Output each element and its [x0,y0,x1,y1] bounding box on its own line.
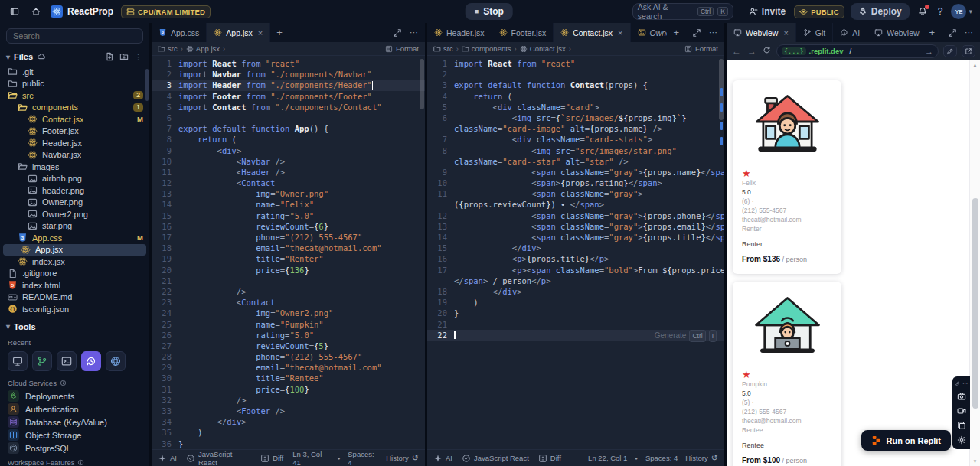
scroll-up-icon[interactable]: ▲ [970,63,980,67]
run-on-replit-button[interactable]: Run on Replit [861,430,952,451]
tool-webview-button[interactable] [8,351,28,371]
tree-item-public[interactable]: public [0,78,149,90]
new-folder-button[interactable] [119,51,129,62]
code-line[interactable]: 15 rating="5.0" [152,210,425,221]
code-line[interactable]: 26 rating="5.0" [152,330,425,341]
new-tab-button[interactable]: + [270,23,289,42]
tab-footer-jsx[interactable]: Footer.jsx [492,23,554,42]
format-button[interactable]: Format [385,44,419,53]
code-line[interactable]: 29 email="thecat@hotmail.com" [152,362,425,373]
code-line[interactable]: 13 img="Owner.png" [152,188,425,199]
webview-scrollbar[interactable]: ▲ ▼ [969,60,980,466]
status-diff[interactable]: Diff [260,454,283,463]
code-line[interactable]: 21 [427,319,724,330]
breadcrumb-item[interactable]: Contact.jsx [520,44,566,53]
code-line[interactable]: 3import Header from "./components/Header… [152,80,425,90]
tree-item-readme.md[interactable]: README.md [0,292,149,304]
code-line[interactable]: 2 [427,69,724,80]
status-history[interactable]: History↺ [685,454,718,462]
tree-item-app.css[interactable]: 3App.cssM [0,232,149,244]
code-line[interactable]: 24 img="Owner2.png" [152,308,425,318]
back-button[interactable]: ← [731,46,742,57]
files-section-header[interactable]: ▾ Files ⋮ [0,47,149,66]
code-line[interactable]: 21 [152,275,425,286]
files-menu-button[interactable]: ⋮ [133,52,143,62]
tab-app-jsx[interactable]: App.jsx× [207,23,270,42]
code-line[interactable]: 10 <Navbar /> [152,156,425,167]
tab-header-jsx[interactable]: Header.jsx [427,23,492,42]
code-line[interactable]: 23 <Contact [152,297,425,308]
code-line[interactable]: 9 <div> [152,145,425,156]
link-icon[interactable] [955,381,960,386]
tree-item-tsconfig.json[interactable]: {}tsconfig.json [0,303,149,315]
close-icon[interactable]: × [258,28,263,37]
project-title-group[interactable]: ReactProp [51,5,113,18]
settings-gear-icon[interactable] [957,435,966,445]
tab-app-css[interactable]: 3App.css [152,23,207,42]
tab-owner2-png[interactable]: Owner2.png [631,23,668,42]
code-line[interactable]: ({props.reviewCount}) • </span> [427,199,724,210]
code-line[interactable]: 8 <img src="src/images/star.png" [427,145,724,156]
tree-item-star.png[interactable]: star.png [0,220,149,233]
tree-item-owner2.png[interactable]: Owner2.png [0,208,149,220]
edit-url-button[interactable] [943,45,957,57]
code-line[interactable]: 12 <Contact [152,178,425,188]
tool-agent-button[interactable] [81,351,101,371]
url-input[interactable]: {...} .replit.dev / → [776,44,939,58]
code-line[interactable]: 4import Footer from "./components/Footer… [152,91,425,102]
tree-item-header.jsx[interactable]: Header.jsx [0,137,149,149]
status-cursor-position[interactable]: Ln 22, Col 1 [588,454,627,462]
expand-pane-icon[interactable] [393,28,402,37]
status-history[interactable]: History↺ [386,454,419,462]
tree-item-contact.jsx[interactable]: Contact.jsxM [0,113,149,125]
code-line[interactable]: className="card--image" alt={props.name}… [427,123,724,134]
notifications-button[interactable] [916,5,929,18]
ai-search-input[interactable]: Ask AI & search CtrlK [632,3,733,20]
code-line[interactable]: 20 price={136} [152,265,425,275]
breadcrumb-item[interactable]: src [158,44,178,53]
tree-item-components[interactable]: components1 [0,102,149,114]
code-line[interactable]: 2import Navbar from "./components/Navbar… [152,69,425,80]
invite-button[interactable]: Invite [746,4,788,19]
new-tab-button[interactable]: + [923,23,941,42]
tree-item-airbnb.png[interactable]: airbnb.png [0,173,149,185]
tool-git-button[interactable] [32,351,52,371]
breadcrumb-item[interactable]: src [433,44,453,53]
code-line[interactable]: className="card--star" alt="star" /> [427,156,724,167]
record-icon[interactable] [957,406,966,415]
generate-hint[interactable]: GenerateCtrlI [655,330,717,342]
code-line[interactable]: 1import React from "react" [152,58,425,69]
reload-button[interactable] [762,46,772,57]
status-spaces[interactable]: Spaces: 4 [348,450,378,466]
tab-contact-jsx[interactable]: Contact.jsx× [554,23,630,42]
account-menu[interactable]: YE ▾ [951,4,972,19]
code-line[interactable]: 7 <div className="card--stats"> [427,134,724,145]
code-line[interactable]: 15 </div> [427,243,724,253]
code-line[interactable]: 12 <span className="gray">{props.phone}<… [427,210,724,221]
expand-pane-icon[interactable] [692,28,701,37]
code-line[interactable]: 17 <p><span className="bold">From ${prop… [427,265,724,275]
breadcrumb-item[interactable]: ... [574,44,580,53]
tree-item-owner.png[interactable]: Owner.png [0,197,149,209]
tree-item-index.jsx[interactable]: index.jsx [0,256,149,268]
editor2-code[interactable]: 1import React from "react"23export defau… [427,56,724,449]
tree-item-images[interactable]: images [0,161,149,173]
editor1-code[interactable]: 1import React from "react"2import Navbar… [152,56,425,449]
url-go-icon[interactable]: → [925,47,933,56]
code-line[interactable]: 8 return ( [152,134,425,145]
pane-menu-icon[interactable]: ⋯ [410,28,418,37]
code-line[interactable]: 6 <img src={`src/images/${props.img}`} [427,112,724,123]
code-line[interactable]: 9 <span className="gray">{props.name}</s… [427,167,724,178]
forward-button[interactable]: → [746,46,757,57]
code-line[interactable]: 3export default function Contact(props) … [427,80,724,90]
code-line[interactable]: 5import Contact from "./components/Conta… [152,102,425,112]
open-external-button[interactable] [962,45,975,57]
code-line[interactable]: 4 return ( [427,91,724,102]
status-language[interactable]: JavaScript React [462,454,529,463]
cloud-item-postgresql[interactable]: PostgreSQL [0,442,149,455]
tree-scrollbar-thumb[interactable] [145,69,149,101]
workspace-features-header[interactable]: Workspace Features [0,455,149,466]
code-line[interactable]: 1import React from "react" [427,58,724,69]
file-search-input[interactable] [6,28,143,44]
code-line[interactable]: 31 price={100} [152,384,425,395]
